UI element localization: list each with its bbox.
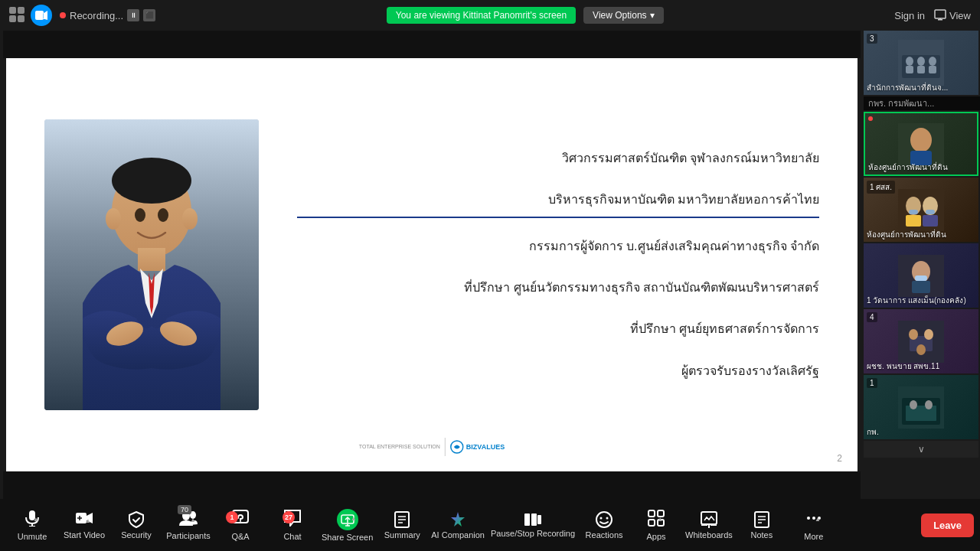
video-chevron: ▲ [85, 517, 91, 524]
participant-thumb-4[interactable]: 1 วัดนาการ แสงเม็น(กองคลัง) [864, 243, 978, 308]
view-options-button[interactable]: View Options ▾ [583, 7, 663, 24]
qa-button[interactable]: 1 Q&A [214, 502, 266, 548]
recording-controls[interactable]: ⏸ ⬛ [127, 9, 155, 21]
slide-number: 2 [837, 453, 842, 464]
svg-rect-4 [935, 10, 946, 18]
pause-recording-label: Pause/Stop Recording [491, 529, 575, 538]
recording-indicator-2 [868, 116, 873, 121]
participant-label-4: 1 วัดนาการ แสงเม็น(กองคลัง) [867, 295, 966, 306]
svg-rect-6 [939, 18, 941, 20]
main-area: วิศวกรรมศาสตร์บัณฑิต จุฬาลงกรณ์มหาวิทยาล… [0, 31, 980, 499]
ai-companion-label: AI Companion [431, 530, 485, 540]
svg-rect-32 [909, 210, 918, 214]
sidebar-chevron-down[interactable]: ∨ [864, 441, 978, 458]
participant-count-3: 1 ศสส. [867, 181, 895, 194]
summary-icon [394, 511, 410, 528]
svg-point-13 [135, 208, 145, 222]
unmute-label: Unmute [18, 532, 47, 541]
share-screen-button[interactable]: ▲ Share Screen [318, 502, 376, 548]
slide-line-6: ผู้ตรวจรับรองรางวัลเลิศรัฐ [297, 358, 819, 384]
svg-point-14 [158, 208, 168, 222]
recording-badge: Recording... ⏸ ⬛ [60, 9, 155, 21]
participant-label-6: กพ. [867, 426, 879, 438]
apps-button[interactable]: ▲ Apps [630, 502, 682, 548]
slide-container: วิศวกรรมศาสตร์บัณฑิต จุฬาลงกรณ์มหาวิทยาล… [6, 58, 858, 471]
svg-rect-10 [138, 248, 165, 271]
viewing-badge: You are viewing Kittinat Panomrit's scre… [387, 7, 576, 24]
top-bar: Recording... ⏸ ⬛ You are viewing Kittina… [0, 0, 980, 31]
apps-chevron: ▲ [657, 516, 663, 523]
participant-count-6: 1 [867, 378, 877, 388]
stop-rec-btn[interactable]: ⬛ [143, 9, 155, 21]
svg-point-48 [910, 400, 917, 409]
participant-avatar-4 [898, 255, 944, 297]
svg-rect-0 [9, 7, 16, 14]
more-label: More [804, 532, 823, 541]
unmute-button[interactable]: ▲ Unmute [6, 502, 58, 548]
svg-rect-2 [9, 15, 16, 22]
more-button[interactable]: ▲ More [788, 502, 840, 548]
slide-line-3: กรรมการผู้จัดการ บ.ศูนย์ส่งเสริมคุณค่าทา… [297, 233, 819, 259]
svg-rect-74 [648, 510, 655, 517]
participant-thumb-5[interactable]: 4 ผชช. พนขาย สพข.11 [864, 309, 978, 373]
slide-content: วิศวกรรมศาสตร์บัณฑิต จุฬาลงกรณ์มหาวิทยาล… [6, 58, 858, 471]
svg-point-86 [807, 517, 810, 520]
qa-badge: 1 [226, 511, 238, 523]
participant-thumb-2[interactable]: ห้องศูนย์การพัฒนาที่ดิน [864, 112, 978, 176]
pause-recording-button[interactable]: Pause/Stop Recording [488, 502, 578, 548]
svg-point-22 [917, 57, 925, 66]
participant-label-5: ผชช. พนขาย สพข.11 [867, 360, 939, 372]
zoom-logo [31, 5, 52, 26]
presentation-wrapper: วิศวกรรมศาสตร์บัณฑิต จุฬาลงกรณ์มหาวิทยาล… [0, 31, 864, 499]
notes-label: Notes [750, 530, 773, 540]
slide-text-area: วิศวกรรมศาสตร์บัณฑิต จุฬาลงกรณ์มหาวิทยาล… [282, 145, 819, 384]
notes-icon [754, 511, 769, 528]
svg-rect-70 [537, 515, 541, 524]
start-video-button[interactable]: ▲ Start Video [58, 502, 110, 548]
chat-button[interactable]: 27 Chat [266, 502, 318, 548]
reactions-button[interactable]: Reactions [578, 502, 630, 548]
top-bar-center: You are viewing Kittinat Panomrit's scre… [387, 7, 664, 24]
svg-point-72 [600, 517, 603, 519]
participants-chevron: ▲ [190, 517, 196, 523]
whiteboards-button[interactable]: Whiteboards [682, 502, 736, 548]
svg-point-9 [112, 158, 191, 204]
svg-point-44 [916, 344, 926, 355]
summary-button[interactable]: Summary [376, 502, 428, 548]
svg-rect-76 [648, 520, 655, 526]
svg-rect-31 [906, 215, 921, 227]
sign-in-button[interactable]: Sign in [894, 10, 925, 21]
chat-label: Chat [283, 532, 301, 541]
notes-button[interactable]: Notes [736, 502, 788, 548]
whiteboard-icon [701, 511, 717, 528]
slide-line-1: วิศวกรรมศาสตร์บัณฑิต จุฬาลงกรณ์มหาวิทยาล… [297, 145, 819, 171]
black-bar-top [3, 31, 861, 58]
svg-point-71 [596, 512, 612, 527]
view-button[interactable]: View [934, 9, 971, 21]
svg-rect-34 [923, 215, 938, 227]
shield-icon [129, 511, 144, 528]
slide-line-5: ที่ปรึกษา ศูนย์ยุทธศาสตร์การจัดการ [297, 316, 819, 342]
leave-button[interactable]: Leave [921, 514, 974, 537]
ai-companion-button[interactable]: AI Companion [428, 502, 488, 548]
participants-label: Participants [166, 531, 210, 540]
participant-thumb-3[interactable]: 1 ศสส. ห้องศูนย์การพัฒนาที่ดิน [864, 178, 978, 242]
chevron-down-icon: ▾ [650, 10, 655, 21]
participant-label-1: สำนักการพัฒนาที่ดินจ... [867, 82, 948, 93]
svg-rect-3 [18, 15, 24, 22]
svg-rect-38 [912, 281, 930, 293]
svg-rect-78 [701, 512, 717, 524]
participant-thumb-1[interactable]: 3 สำนักการพัฒนาที่ดินจ... [864, 31, 978, 95]
pause-rec-btn[interactable]: ⏸ [127, 9, 139, 21]
sidebar-name-bar-1: กพร. กรมพัฒนา... [864, 96, 980, 110]
security-button[interactable]: Security [110, 502, 162, 548]
participant-thumb-6[interactable]: 1 กพ. [864, 375, 978, 439]
participant-avatar-5 [898, 321, 944, 363]
more-chevron: ▲ [815, 516, 821, 523]
top-bar-right: Sign in View [894, 9, 971, 21]
participant-count-badge: 70 [178, 505, 191, 514]
whiteboards-label: Whiteboards [685, 530, 733, 540]
participant-count-1: 3 [867, 34, 877, 44]
participants-button[interactable]: ▲ 70 Participants [162, 502, 214, 548]
black-bar-bottom [3, 471, 861, 499]
